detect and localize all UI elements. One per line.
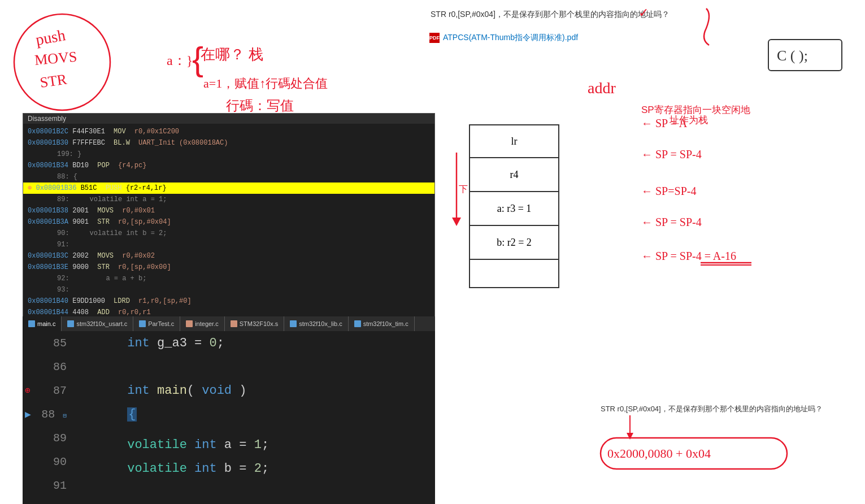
line-num-91: 91 [53,479,67,492]
pdf-link[interactable]: PDF ATPCS(ATM-Thumb指令调用标准).pdf [429,33,578,43]
dis-line-6: 89: volatile int a = 1; [23,194,434,205]
stack-cell-lr: lr [469,124,559,158]
svg-text:STR r0,[SP,#0x04]，不是保存到那个那个栈里的: STR r0,[SP,#0x04]，不是保存到那个那个栈里的内容指向的地址吗？ [431,10,670,19]
tab-icon-partest [139,320,146,327]
svg-text:✓: ✓ [638,6,649,20]
dis-line-9: 90: volatile int b = 2; [23,228,434,239]
svg-text:addr: addr [588,79,616,97]
svg-marker-23 [452,218,461,226]
svg-text:a：}: a：} [167,53,193,68]
dis-line-8: 0x08001B3A 9001 STR r0,[sp,#0x04] [23,216,434,228]
tab-integer[interactable]: integer.c [180,316,225,331]
breakpoint-marker-87: ⊕ [25,385,31,396]
tab-label-stm32s: STM32F10x.s [240,320,278,327]
code-line-85: 85 int g_a3 = 0; [23,331,435,355]
svg-text:← SP = SP-4 = A-16: ← SP = SP-4 = A-16 [641,250,736,262]
line-num-87: 87 [53,384,67,397]
dis-line-14: 93: [23,284,434,296]
line-num-86: 86 [53,360,67,373]
svg-point-0 [14,14,110,110]
pdf-link-text[interactable]: ATPCS(ATM-Thumb指令调用标准).pdf [443,33,578,43]
stack-cell-a: a: r3 = 1 [469,192,559,226]
line-num-90: 90 [53,455,67,468]
svg-text:0x2000,0080 + 0x04: 0x2000,0080 + 0x04 [607,446,711,460]
tab-usart[interactable]: stm32f10x_usart.c [62,316,133,331]
svg-text:STR r0,[SP,#0x04]，不是保存到那个那个栈里的: STR r0,[SP,#0x04]，不是保存到那个那个栈里的内容指向的地址吗？ [601,405,823,413]
svg-text:下: 下 [459,184,468,194]
svg-text:行碼：写值: 行碼：写值 [226,98,294,113]
svg-text:a=1，赋值↑行碼处合值: a=1，赋值↑行碼处合值 [203,76,328,90]
svg-rect-40 [601,438,787,469]
stack-cell-empty [469,260,559,288]
code-line-90: 90 volatile int b = 2; [23,450,435,473]
tab-partest[interactable]: ParTest.c [133,316,180,331]
dis-line-3: 199: } [23,149,434,160]
dis-line-11: 0x08001B3C 2002 MOVS r0,#0x02 [23,250,434,262]
line-num-85: 85 [53,337,67,350]
tab-icon-usart [67,320,74,327]
arrow-marker-88: ▶ [25,408,31,420]
line-num-88: 88 [41,408,55,421]
dis-line-12: 0x08001B3E 9000 STR r0,[sp,#0x00] [23,262,434,273]
svg-marker-39 [627,433,633,440]
svg-text:址作为栈: 址作为栈 [669,115,708,125]
svg-text:SP寄存器指向一块空闲地: SP寄存器指向一块空闲地 [641,105,750,115]
svg-text:C ( );: C ( ); [777,47,808,64]
tab-label-integer: integer.c [195,320,219,327]
tab-label-lib: stm32f10x_lib.c [299,320,342,327]
tab-icon-integer [186,320,193,327]
dis-line-2: 0x08001B30 F7FFFEBC BL.W UART_Init (0x08… [23,137,434,149]
dis-line-7: 0x08001B38 2001 MOVS r0,#0x01 [23,205,434,216]
stack-cell-b: b: r2 = 2 [469,226,559,260]
disassembly-header: Disassembly [23,114,434,124]
tab-lib[interactable]: stm32f10x_lib.c [284,316,348,331]
dis-line-push: ⊕ 0x08001B36 B51C PUSH {r2-r4,lr} [23,183,434,194]
svg-text:← SP = A: ← SP = A [641,117,688,129]
tab-main-c[interactable]: main.c [23,316,62,331]
svg-text:MOVS: MOVS [34,49,77,68]
code-editor: 85 int g_a3 = 0; 86 ⊕ 87 int main( void … [23,331,435,504]
stack-diagram: lr r4 a: r3 = 1 b: r2 = 2 [469,124,571,288]
tab-icon-stm32s [231,320,237,327]
tab-label-usart: stm32f10x_usart.c [76,320,127,327]
svg-text:push: push [34,26,67,49]
dis-line-10: 91: [23,239,434,250]
svg-text:{: { [192,40,203,78]
tab-label-main: main.c [37,320,55,327]
dis-line-5: 88: { [23,171,434,183]
tab-icon-main [28,320,35,327]
svg-text:← SP=SP-4: ← SP=SP-4 [641,185,696,197]
dis-line-13: 92: a = a + b; [23,273,434,284]
tab-stm32s[interactable]: STM32F10x.s [225,316,284,331]
dis-line-15: 0x08001B40 E9DD1000 LDRD r1,r0,[sp,#0] [23,296,434,307]
line-num-89: 89 [53,432,67,445]
tab-icon-lib [290,320,297,327]
svg-text:STR: STR [39,71,68,90]
svg-text:在哪？ 栈: 在哪？ 栈 [201,46,263,63]
svg-rect-35 [768,40,842,71]
svg-text:← SP = SP-4: ← SP = SP-4 [641,148,702,160]
svg-text:← SP = SP-4: ← SP = SP-4 [641,216,702,228]
tab-label-tim: stm32f10x_tim.c [363,320,408,327]
tab-bar: main.c stm32f10x_usart.c ParTest.c integ… [23,316,435,331]
dis-line-4: 0x08001B34 BD10 POP {r4,pc} [23,160,434,171]
tab-label-partest: ParTest.c [148,320,174,327]
tab-icon-tim [354,320,361,327]
tab-tim[interactable]: stm32f10x_tim.c [349,316,415,331]
stack-cell-r4: r4 [469,158,559,192]
pdf-icon: PDF [429,33,440,43]
dis-line-1: 0x08001B2C F44F30E1 MOV r0,#0x1C200 [23,126,434,137]
